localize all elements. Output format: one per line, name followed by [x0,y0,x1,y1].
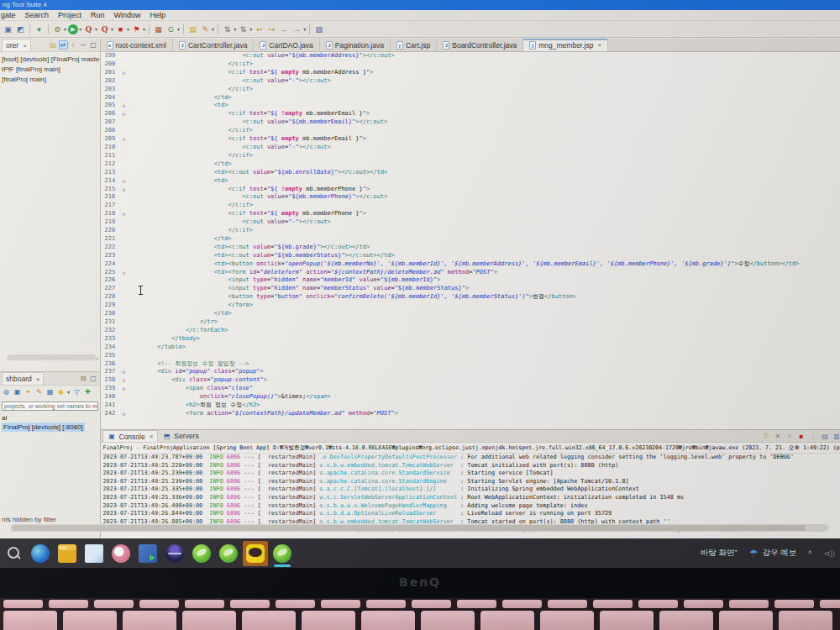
editor-hscrollbar[interactable] [10,524,828,532]
taskbar-icon-eclipse[interactable] [165,544,184,563]
scroll-right-arrow[interactable]: › [96,356,97,362]
console-log[interactable]: 2023-07-21T13:49:23.787+09:00 INFO 6096 … [101,454,840,534]
dropdown-caret-icon[interactable]: ▾ [111,26,113,32]
taskbar-icon-notepad[interactable] [85,544,103,563]
taskbar-icon-kakao[interactable] [243,541,268,566]
dropdown-caret-icon[interactable]: ▾ [212,26,214,32]
dashboard-filter-input[interactable]: projects, or working set names to mat [2,402,98,411]
tab-boot-dashboard[interactable]: shboard × [2,372,44,385]
dashboard-toolbar-icon[interactable]: ▣ [13,387,22,396]
toolbar-icon[interactable]: Q [99,24,110,34]
menu-item-help[interactable]: Help [150,11,166,19]
dashboard-toolbar-icon[interactable]: ◉ [56,387,66,396]
explorer-toolbar-icon[interactable]: ⇄ [59,40,68,50]
toolbar-icon[interactable]: ⇅ [222,24,233,34]
console-tab-console[interactable]: ▣Console× [102,430,159,442]
boot-dashboard-item[interactable]: FinalProj [devtools] [:8080] [2,423,85,432]
dropdown-caret-icon[interactable]: ▾ [177,26,180,32]
dropdown-caret-icon[interactable]: ▾ [67,389,70,395]
dashboard-toolbar-icon[interactable]: ▽ [72,387,81,396]
dropdown-caret-icon[interactable]: ▾ [127,26,129,32]
console-toolbar-icon[interactable]: | [808,432,817,441]
console-toolbar-icon[interactable]: ▤ [820,432,829,441]
console-toolbar-icon[interactable]: ⚿ [761,432,770,441]
menu-item-gate[interactable]: gate [1,11,16,19]
toolbar-icon[interactable]: ← [279,24,290,34]
dashboard-toolbar-icon[interactable]: ▦ [45,387,55,396]
taskbar-icon-paint[interactable] [112,544,130,563]
window-titlebar[interactable]: ng Tool Suite 4 [0,0,840,10]
dropdown-caret-icon[interactable]: ▾ [95,26,97,32]
tab-package-explorer[interactable]: orer × [2,39,31,51]
toolbar-icon[interactable]: → [291,24,302,34]
editor-tab-mng_member-jsp[interactable]: jmng_member.jsp× [523,39,608,51]
taskbar-icon-spring[interactable] [192,544,211,563]
dashboard-toolbar-icon[interactable]: ✎ [34,387,44,396]
toolbar-icon[interactable]: ● [34,24,45,34]
editor-tab-root-context-xml[interactable]: xroot-context.xml [101,39,173,51]
toolbar-icon[interactable]: ⇅ [238,24,249,34]
project-tree-item[interactable]: [boot] [devtools] [FinalProj maste [2,55,100,65]
dropdown-caret-icon[interactable]: ▾ [303,26,306,32]
editor-tab-pagination-java[interactable]: JPagination.java [320,39,391,51]
taskbar-icon-spring[interactable] [219,544,238,563]
tray-expand-chevron[interactable]: ^ [808,549,811,558]
menu-item-run[interactable]: Run [91,11,105,19]
dropdown-caret-icon[interactable]: ▾ [143,26,145,32]
dropdown-caret-icon[interactable]: ▾ [249,26,252,32]
close-icon[interactable]: × [597,41,601,49]
editor-tab-cart-jsp[interactable]: jCart.jsp [391,39,437,51]
taskbar-icon-whale[interactable] [31,544,50,563]
toolbar-icon[interactable]: ◩ [15,24,26,34]
toolbar-icon[interactable]: ↩ [254,24,265,34]
dashboard-toolbar-icon[interactable]: ✚ [83,387,92,396]
code-editor[interactable]: 199 <c:out value="${mb.memberAddress}"><… [101,52,840,429]
explorer-hscrollbar[interactable] [7,354,96,360]
toolbar-icon[interactable]: ✎ [200,24,211,34]
console-toolbar-icon[interactable]: ✕ [785,432,794,441]
dashboard-toolbar-icon[interactable]: ◍ [2,387,11,396]
menu-item-window[interactable]: Window [114,11,141,19]
toolbar-icon[interactable]: ■ [115,24,126,34]
toolbar-icon[interactable]: ↪ [266,24,277,34]
tray-icons-cut[interactable]: ⊲)) [823,549,835,558]
toolbar-icon[interactable]: ▶ [68,24,78,34]
toolbar-icon[interactable]: ▣ [3,24,13,34]
taskbar-icon-explorer[interactable] [58,544,76,563]
console-toolbar-icon[interactable]: ■ [796,432,806,441]
toolbar-icon[interactable]: ▤ [187,24,198,34]
toolbar-icon[interactable]: ▨ [313,24,324,34]
desktop-toggle[interactable]: 바탕 화면» [701,548,738,559]
toolbar-icon[interactable]: ⚙ [52,24,63,34]
dropdown-caret-icon[interactable]: ▾ [79,26,81,32]
taskbar-icon-media[interactable] [139,544,157,563]
close-icon[interactable]: × [23,42,27,50]
console-tab-servers[interactable]: ⬒Servers [158,430,202,442]
explorer-toolbar-icon[interactable]: ▤ [49,40,58,50]
project-tree-item[interactable]: tPfF [finalProj main] [2,65,100,75]
toolbar-icon[interactable]: ⚑ [131,24,142,34]
close-icon[interactable]: × [36,375,40,383]
taskbar-icon-search[interactable] [4,544,23,563]
console-toolbar-icon[interactable]: ▥ [832,432,840,441]
panel-window-icon[interactable]: ⊟ [79,374,88,383]
editor-tab-cartdao-java[interactable]: JCartDAO.java [254,39,319,51]
weather-widget[interactable]: ☂ 강우 예보 [749,548,796,559]
project-tree[interactable]: [boot] [devtools] [FinalProj mastetPfF [… [0,52,100,85]
toolbar-icon[interactable]: ▦ [153,24,164,34]
menu-item-project[interactable]: Project [58,11,81,19]
menu-item-search[interactable]: Search [25,11,50,19]
dashboard-toolbar-icon[interactable]: ⚭ [24,387,33,396]
explorer-toolbar-icon[interactable]: ⁞ [69,40,78,50]
editor-tab-boardcontroller-java[interactable]: JBoardController.java [437,39,523,51]
project-tree-item[interactable]: [finalProj main] [2,75,100,85]
explorer-toolbar-icon[interactable]: ─ [79,40,88,50]
boot-dashboard-item[interactable]: al [2,413,100,423]
explorer-toolbar-icon[interactable]: ▢ [89,40,98,50]
taskbar-icon-spring-run[interactable] [273,544,291,563]
dropdown-caret-icon[interactable]: ▾ [234,26,236,32]
editor-tab-cartcontroller-java[interactable]: JCartController.java [173,39,254,51]
close-icon[interactable]: × [150,433,154,440]
toolbar-icon[interactable]: G [165,24,176,34]
toolbar-icon[interactable]: Q [83,24,94,34]
